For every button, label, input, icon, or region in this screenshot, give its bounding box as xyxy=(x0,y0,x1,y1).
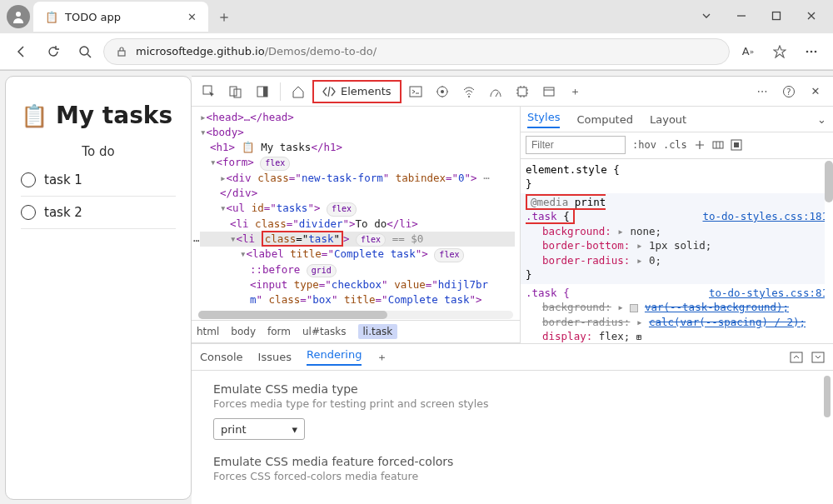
computed-icon[interactable] xyxy=(731,139,742,151)
svg-rect-11 xyxy=(263,87,267,97)
forced-colors-sublabel: Forces CSS forced-colors media feature xyxy=(213,470,811,482)
emulate-media-sublabel: Forces media type for testing print and … xyxy=(213,397,811,410)
devtools-drawer: Console Issues Rendering ＋ Emulate CSS m… xyxy=(192,343,833,504)
clipboard-icon: 📋 xyxy=(45,10,58,23)
tab-layout[interactable]: Layout xyxy=(650,113,686,126)
new-rule-icon[interactable] xyxy=(694,139,706,151)
page-title: 📋My tasks xyxy=(21,102,176,129)
reload-button[interactable] xyxy=(40,38,67,65)
performance-icon[interactable] xyxy=(483,80,508,103)
svg-rect-0 xyxy=(773,12,781,20)
drawer-tabs: Console Issues Rendering ＋ xyxy=(192,344,833,371)
read-aloud-icon[interactable]: A» xyxy=(735,38,761,65)
elements-tab[interactable]: Elements xyxy=(312,80,402,103)
url-field[interactable]: microsoftedge.github.io/Demos/demo-to-do… xyxy=(103,38,730,65)
hov-button[interactable]: :hov xyxy=(632,139,656,151)
close-devtools-icon[interactable]: ✕ xyxy=(803,80,828,103)
svg-rect-16 xyxy=(518,87,526,96)
profile-icon[interactable] xyxy=(7,5,30,28)
media-type-select[interactable]: print▾ xyxy=(213,418,305,440)
dom-tree[interactable]: ▸<head>…</head> ▾<body> <h1> 📋 My tasks<… xyxy=(192,107,520,308)
maximize-button[interactable] xyxy=(760,3,793,28)
svg-point-15 xyxy=(468,96,470,97)
tab-styles[interactable]: Styles xyxy=(527,111,560,128)
crumb[interactable]: form xyxy=(267,326,291,337)
tab-computed[interactable]: Computed xyxy=(576,113,633,126)
more-tabs-icon[interactable]: ＋ xyxy=(563,80,588,103)
radio-icon[interactable] xyxy=(21,172,36,187)
rendering-panel: Emulate CSS media type Forces media type… xyxy=(192,371,833,504)
url-text: microsoftedge.github.io/Demos/demo-to-do… xyxy=(136,45,377,57)
favorite-icon[interactable] xyxy=(766,38,793,65)
tab-issues[interactable]: Issues xyxy=(258,351,292,363)
styles-filter-bar: :hov .cls xyxy=(521,132,833,158)
device-icon[interactable] xyxy=(223,80,248,103)
vertical-scrollbar[interactable] xyxy=(825,159,833,343)
sources-icon[interactable] xyxy=(430,80,455,103)
svg-point-1 xyxy=(16,12,21,17)
svg-rect-23 xyxy=(791,352,802,362)
svg-point-14 xyxy=(441,90,444,93)
svg-text:?: ? xyxy=(786,87,791,97)
crumb[interactable]: html xyxy=(197,326,219,337)
flexbox-icon[interactable] xyxy=(712,139,724,151)
dock-drawer-icon[interactable] xyxy=(811,352,825,363)
cls-button[interactable]: .cls xyxy=(663,139,687,151)
tab-rendering[interactable]: Rendering xyxy=(307,348,362,366)
browser-tab[interactable]: 📋 TODO app ✕ xyxy=(33,2,208,32)
help-icon[interactable]: ? xyxy=(776,80,801,103)
svg-rect-24 xyxy=(812,352,824,362)
expand-icon[interactable] xyxy=(790,352,803,363)
filter-input[interactable] xyxy=(526,136,626,154)
browser-chrome: 📋 TODO app ✕ ＋ microsoftedge.github.io/D… xyxy=(0,0,833,71)
close-tab-icon[interactable]: ✕ xyxy=(187,11,197,23)
crumb-active[interactable]: li.task xyxy=(358,324,398,339)
source-link[interactable]: to-do-styles.css:181 xyxy=(702,209,828,224)
forced-colors-label: Emulate CSS media feature forced-colors xyxy=(213,455,811,468)
lock-icon xyxy=(116,46,127,57)
breadcrumb: html body form ul#tasks li.task xyxy=(192,320,520,343)
source-link[interactable]: to-do-styles.css:81 xyxy=(709,286,828,301)
styles-panel: Styles Computed Layout ⌄ :hov .cls eleme… xyxy=(521,107,833,343)
svg-point-5 xyxy=(811,50,813,52)
console-icon[interactable] xyxy=(403,80,428,103)
back-button[interactable] xyxy=(8,38,35,65)
dom-panel: ▸<head>…</head> ▾<body> <h1> 📋 My tasks<… xyxy=(192,107,521,343)
memory-icon[interactable] xyxy=(510,80,535,103)
chevron-down-icon[interactable] xyxy=(690,3,723,28)
horizontal-scrollbar[interactable] xyxy=(192,308,520,320)
svg-rect-20 xyxy=(713,142,723,148)
close-button[interactable] xyxy=(795,3,828,28)
selected-dom-node[interactable]: ▾<li class="task"> flex == $0 xyxy=(200,232,515,247)
radio-icon[interactable] xyxy=(21,205,36,220)
svg-rect-3 xyxy=(118,51,125,56)
tab-console[interactable]: Console xyxy=(200,351,243,363)
task-item[interactable]: task 2 xyxy=(21,197,176,229)
crumb[interactable]: ul#tasks xyxy=(302,326,347,337)
more-icon[interactable]: ⋯ xyxy=(750,80,775,103)
network-icon[interactable] xyxy=(456,80,481,103)
search-button[interactable] xyxy=(72,38,98,65)
vertical-scrollbar[interactable] xyxy=(824,376,831,500)
inspect-icon[interactable] xyxy=(197,80,222,103)
chevron-down-icon[interactable]: ⌄ xyxy=(817,113,826,126)
welcome-icon[interactable] xyxy=(286,80,311,103)
new-tab-button[interactable]: ＋ xyxy=(217,7,232,27)
emulate-media-label: Emulate CSS media type xyxy=(213,382,811,396)
svg-rect-17 xyxy=(544,87,554,96)
address-bar: microsoftedge.github.io/Demos/demo-to-do… xyxy=(0,33,833,70)
menu-icon[interactable] xyxy=(798,38,825,65)
task-item[interactable]: task 1 xyxy=(21,164,176,197)
svg-rect-22 xyxy=(734,142,739,147)
crumb[interactable]: body xyxy=(231,326,256,337)
window-controls xyxy=(690,3,828,28)
more-tabs-icon[interactable]: ＋ xyxy=(377,350,387,365)
svg-point-6 xyxy=(815,50,817,52)
devtools: Elements ＋ ⋯ ? ✕ ▸<head>…</head> ▾<body>… xyxy=(192,76,833,504)
styles-content[interactable]: element.style { } @media print.task { to… xyxy=(521,159,833,343)
section-heading: To do xyxy=(21,144,176,159)
application-icon[interactable] xyxy=(536,80,561,103)
dock-icon[interactable] xyxy=(250,80,275,103)
page-content: 📋My tasks To do task 1 task 2 xyxy=(5,76,192,500)
minimize-button[interactable] xyxy=(725,3,758,28)
